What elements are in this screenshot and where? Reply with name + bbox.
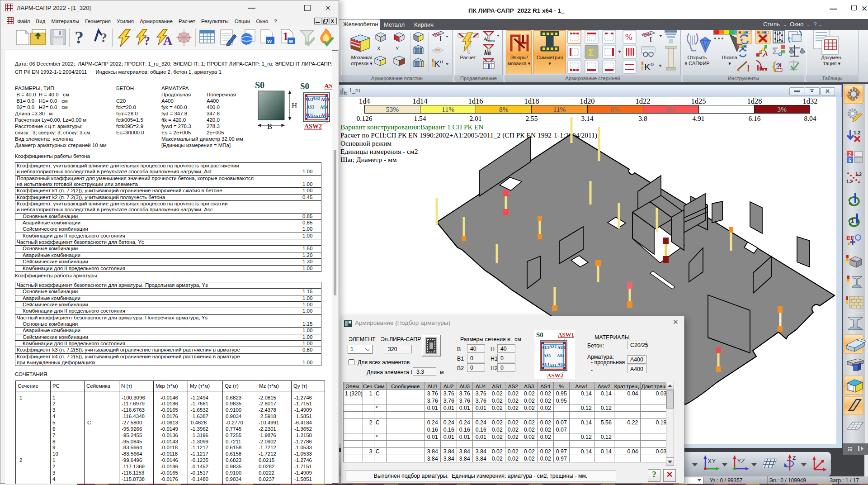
svg-text:1: 1 [851, 217, 854, 224]
svg-text:AU4: AU4 [557, 345, 566, 350]
svg-text:XY: XY [708, 457, 716, 465]
svg-text:ka: ka [484, 49, 491, 56]
svg-text:sw/u: sw/u [487, 39, 495, 43]
svg-text:AU4: AU4 [321, 97, 330, 102]
svg-text:X: X [377, 46, 381, 51]
svg-text:A: A [163, 33, 173, 48]
svg-text:AU3: AU3 [305, 97, 313, 102]
svg-text:AS4: AS4 [557, 353, 565, 358]
svg-text:EF: EF [846, 234, 854, 242]
svg-text:2: 2 [849, 151, 851, 157]
svg-text:w: w [267, 38, 272, 44]
svg-text:AS2: AS2 [549, 344, 557, 349]
svg-text:!: ! [747, 63, 750, 73]
svg-text:YZ: YZ [737, 457, 745, 465]
svg-text:AS3: AS3 [307, 105, 314, 109]
svg-text:AS4: AS4 [320, 105, 328, 109]
svg-text:S0: S0 [300, 81, 309, 91]
svg-text:У: У [396, 46, 399, 51]
svg-text:AS1: AS1 [313, 114, 321, 119]
svg-text:AS2: AS2 [312, 96, 320, 101]
svg-text:AU1: AU1 [542, 362, 550, 366]
svg-text:AU2: AU2 [557, 362, 566, 366]
svg-text:K: K [644, 62, 651, 72]
svg-text:ASW1: ASW1 [558, 331, 574, 338]
svg-text:1.2: 1.2 [854, 130, 860, 135]
svg-text:?: ? [144, 33, 150, 48]
svg-text:H: H [292, 101, 297, 110]
svg-text:Σ: Σ [588, 48, 594, 57]
svg-text:?: ? [75, 27, 84, 48]
svg-text:z: z [793, 453, 796, 461]
svg-text:AU1: AU1 [305, 113, 313, 118]
svg-text:K: K [434, 59, 440, 69]
svg-text:ASW2: ASW2 [304, 123, 322, 130]
svg-text:22: 22 [344, 91, 347, 95]
svg-text:σ: σ [440, 58, 443, 65]
svg-text:B: B [267, 122, 272, 131]
svg-text:AS3: AS3 [543, 353, 551, 358]
svg-text:σ: σ [651, 61, 654, 67]
svg-text:AS: AS [324, 82, 332, 90]
svg-text:6: 6 [849, 157, 851, 163]
svg-text:t: t [439, 33, 442, 43]
svg-text:S0: S0 [536, 331, 543, 338]
svg-text:w: w [288, 38, 293, 44]
svg-text:AS1: AS1 [549, 363, 557, 368]
svg-text:t: t [650, 34, 652, 44]
svg-text:ASW2: ASW2 [547, 372, 563, 379]
svg-text:%: % [625, 32, 632, 42]
svg-text:1.2: 1.2 [855, 172, 862, 177]
svg-text:AU3: AU3 [542, 345, 550, 350]
svg-text:AU2: AU2 [321, 113, 330, 118]
svg-text:Σ: Σ [772, 45, 778, 57]
svg-text:S0: S0 [255, 80, 264, 90]
svg-text:?: ? [100, 30, 107, 45]
